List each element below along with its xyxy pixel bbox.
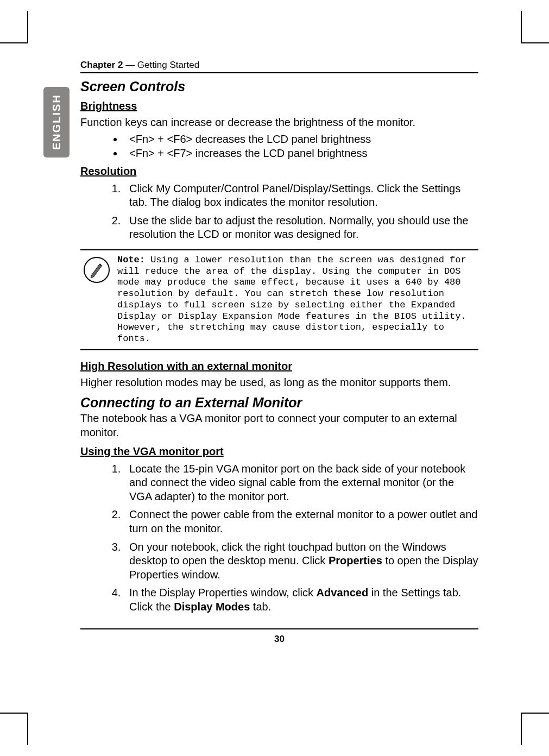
language-tab: ENGLISH [43, 87, 70, 158]
pencil-icon [84, 257, 110, 283]
page-number: 30 [80, 628, 478, 645]
note-label: Note: [117, 255, 145, 265]
bold-text: Display Modes [174, 601, 250, 613]
chapter-header: Chapter 2 — Getting Started [80, 60, 478, 73]
brightness-intro: Function keys can increase or decrease t… [80, 116, 478, 130]
chapter-title: — Getting Started [123, 60, 199, 70]
list-item: <Fn> + <F6> decreases the LCD panel brig… [124, 133, 478, 146]
text: In the Display Properties window, click [129, 587, 317, 598]
heading-brightness: Brightness [80, 100, 478, 112]
heading-high-resolution: High Resolution with an external monitor [80, 360, 478, 373]
list-item: In the Display Properties window, click … [124, 586, 478, 614]
note-body: Using a lower resolution than the screen… [117, 255, 466, 344]
heading-vga-port: Using the VGA monitor port [80, 445, 478, 458]
note-callout: Note: Using a lower resolution than the … [80, 249, 478, 350]
external-monitor-intro: The notebook has a VGA monitor port to c… [80, 412, 478, 439]
chapter-number: Chapter 2 [80, 60, 123, 70]
list-item: On your notebook, click the right touchp… [124, 540, 478, 582]
heading-resolution: Resolution [80, 165, 478, 178]
section-screen-controls: Screen Controls [80, 79, 478, 94]
list-item: <Fn> + <F7> increases the LCD panel brig… [124, 147, 478, 160]
list-item: Locate the 15-pin VGA monitor port on th… [124, 462, 478, 504]
note-text: Note: Using a lower resolution than the … [117, 255, 478, 345]
bold-text: Properties [329, 555, 382, 566]
list-item: Connect the power cable from the externa… [124, 508, 478, 536]
list-item: Click My Computer/Control Panel/Display/… [124, 182, 478, 210]
list-item: Use the slide bar to adjust the resoluti… [124, 214, 478, 242]
text: tab. [250, 601, 271, 613]
section-external-monitor: Connecting to an External Monitor [80, 395, 478, 411]
bold-text: Advanced [317, 587, 369, 598]
high-resolution-text: Higher resolution modes may be used, as … [80, 376, 478, 390]
